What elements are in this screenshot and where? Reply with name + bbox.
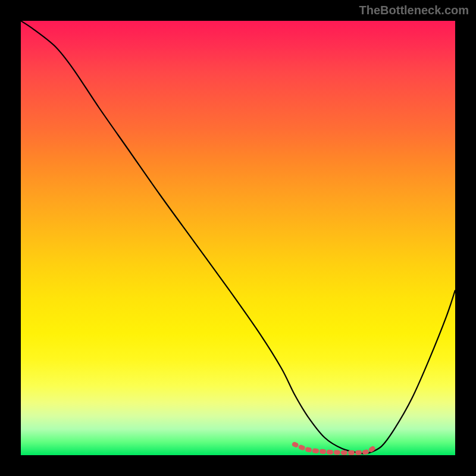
watermark-text: TheBottleneck.com <box>359 4 469 17</box>
chart-curves <box>21 21 455 455</box>
main-curve <box>21 21 455 454</box>
